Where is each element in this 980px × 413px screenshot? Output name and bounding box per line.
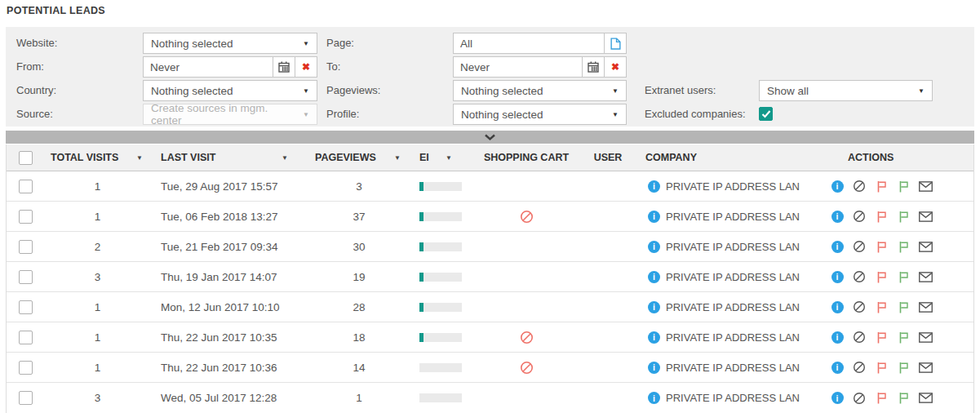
- green-flag-action-button[interactable]: [896, 300, 911, 314]
- sort-caret-icon[interactable]: ▼: [446, 154, 452, 162]
- row-select-cell: [7, 300, 44, 314]
- ei-bar-fill: [419, 333, 423, 342]
- company-info-icon[interactable]: i: [648, 271, 660, 283]
- info-action-button[interactable]: i: [830, 179, 845, 193]
- company-info-icon[interactable]: i: [648, 301, 660, 313]
- company-info-icon[interactable]: i: [648, 331, 660, 344]
- row-checkbox[interactable]: [19, 270, 33, 284]
- exclude-action-button[interactable]: [852, 391, 867, 406]
- row-checkbox[interactable]: [19, 180, 33, 193]
- email-action-button[interactable]: [918, 360, 933, 375]
- profile-select[interactable]: Nothing selected ▼: [453, 104, 627, 125]
- green-flag-action-button[interactable]: [896, 360, 911, 375]
- website-select[interactable]: Nothing selected ▼: [143, 33, 317, 54]
- excluded-companies-checkbox[interactable]: [759, 107, 773, 121]
- company-info-icon[interactable]: i: [648, 392, 660, 404]
- red-flag-action-button[interactable]: [874, 330, 889, 344]
- company-info-icon[interactable]: i: [648, 180, 660, 193]
- red-flag-action-button[interactable]: [874, 360, 889, 375]
- cell-actions: i: [824, 209, 973, 224]
- to-date-input[interactable]: [453, 56, 583, 78]
- to-calendar-button[interactable]: [583, 56, 605, 78]
- table-row: 1 Thu, 22 Jun 2017 10:36 14 i PRIVATE IP…: [7, 353, 973, 383]
- cell-ei: [412, 212, 473, 221]
- extranet-users-select[interactable]: Show all ▼: [759, 80, 933, 101]
- country-select[interactable]: Nothing selected ▼: [143, 80, 317, 101]
- red-flag-icon: [876, 301, 888, 313]
- red-flag-icon: [876, 241, 888, 253]
- column-header-ei[interactable]: EI ▼: [412, 152, 473, 163]
- cell-last-visit: Thu, 22 Jun 2017 10:36: [151, 362, 306, 374]
- red-flag-action-button[interactable]: [874, 209, 889, 224]
- row-checkbox[interactable]: [19, 240, 33, 254]
- sort-caret-icon[interactable]: ▼: [282, 154, 288, 162]
- info-action-button[interactable]: i: [830, 360, 845, 375]
- row-checkbox[interactable]: [19, 391, 33, 405]
- filter-collapse-bar[interactable]: [6, 131, 974, 144]
- cell-total-visits: 3: [44, 271, 151, 283]
- green-flag-action-button[interactable]: [896, 179, 911, 193]
- info-action-button[interactable]: i: [830, 269, 845, 284]
- column-header-last-visit[interactable]: LAST VISIT ▼: [151, 152, 306, 163]
- company-info-icon[interactable]: i: [648, 241, 660, 253]
- green-flag-action-button[interactable]: [896, 391, 911, 406]
- red-flag-action-button[interactable]: [874, 239, 889, 254]
- page-picker-button[interactable]: [605, 33, 627, 54]
- exclude-action-button[interactable]: [852, 360, 867, 375]
- row-select-cell: [7, 240, 44, 254]
- email-action-button[interactable]: [918, 179, 933, 193]
- red-flag-action-button[interactable]: [874, 269, 889, 284]
- profile-select-value: Nothing selected: [461, 109, 543, 121]
- exclude-action-button[interactable]: [852, 209, 867, 224]
- sort-caret-icon[interactable]: ▼: [394, 154, 401, 162]
- email-action-button[interactable]: [918, 391, 933, 406]
- table-row: 1 Mon, 12 Jun 2017 10:10 28 i PRIVATE IP…: [7, 292, 973, 322]
- cell-ei: [412, 303, 473, 312]
- exclude-action-button[interactable]: [852, 179, 867, 193]
- info-action-button[interactable]: i: [830, 391, 845, 406]
- sort-caret-icon[interactable]: ▼: [136, 154, 143, 162]
- ban-icon: [853, 240, 866, 253]
- column-header-pageviews[interactable]: PAGEVIEWS ▼: [306, 152, 412, 163]
- row-select-cell: [7, 361, 44, 375]
- info-action-button[interactable]: i: [830, 209, 845, 224]
- cell-last-visit: Thu, 22 Jun 2017 10:35: [151, 331, 306, 344]
- pageviews-select[interactable]: Nothing selected ▼: [453, 80, 627, 101]
- email-action-button[interactable]: [918, 239, 933, 254]
- company-info-icon[interactable]: i: [648, 211, 660, 223]
- email-action-button[interactable]: [918, 300, 933, 314]
- red-flag-action-button[interactable]: [874, 391, 889, 406]
- green-flag-action-button[interactable]: [896, 269, 911, 284]
- exclude-action-button[interactable]: [852, 269, 867, 284]
- cell-actions: i: [824, 360, 973, 375]
- row-checkbox[interactable]: [19, 331, 33, 344]
- email-action-button[interactable]: [918, 209, 933, 224]
- email-action-button[interactable]: [918, 269, 933, 284]
- green-flag-action-button[interactable]: [896, 209, 911, 224]
- column-header-total-visits[interactable]: TOTAL VISITS ▼: [44, 152, 151, 163]
- red-flag-action-button[interactable]: [874, 300, 889, 314]
- page-input[interactable]: [453, 33, 605, 54]
- from-date-input[interactable]: [143, 56, 273, 78]
- info-action-button[interactable]: i: [830, 300, 845, 314]
- green-flag-action-button[interactable]: [896, 239, 911, 254]
- row-checkbox[interactable]: [19, 361, 33, 375]
- green-flag-action-button[interactable]: [896, 330, 911, 344]
- exclude-action-button[interactable]: [852, 300, 867, 314]
- exclude-action-button[interactable]: [852, 239, 867, 254]
- row-checkbox[interactable]: [19, 210, 33, 224]
- red-flag-icon: [876, 331, 888, 344]
- info-action-button[interactable]: i: [830, 239, 845, 254]
- from-clear-button[interactable]: ✖: [295, 56, 317, 78]
- info-action-button[interactable]: i: [830, 330, 845, 344]
- ban-icon: [853, 331, 866, 344]
- company-info-icon[interactable]: i: [648, 362, 660, 374]
- exclude-action-button[interactable]: [852, 330, 867, 344]
- red-flag-action-button[interactable]: [874, 179, 889, 193]
- email-action-button[interactable]: [918, 330, 933, 344]
- excluded-companies-label: Excluded companies:: [645, 104, 746, 125]
- to-clear-button[interactable]: ✖: [605, 56, 627, 78]
- from-calendar-button[interactable]: [273, 56, 295, 78]
- select-all-checkbox[interactable]: [19, 151, 33, 165]
- row-checkbox[interactable]: [19, 300, 33, 314]
